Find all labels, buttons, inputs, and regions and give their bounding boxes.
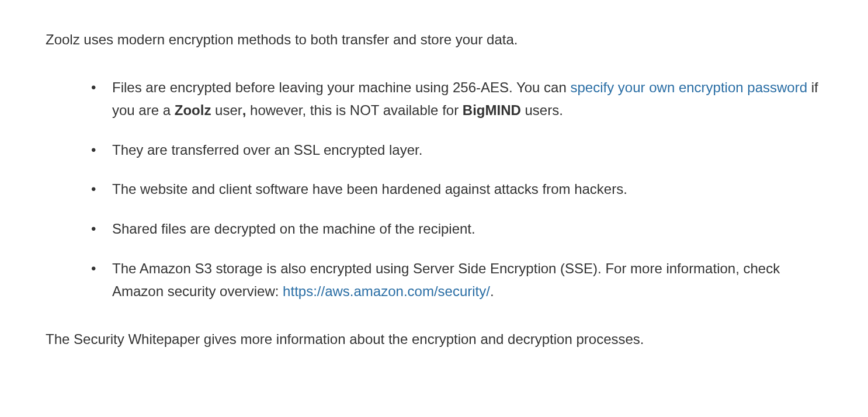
list-item: Files are encrypted before leaving your …: [91, 76, 822, 122]
text-segment: .: [490, 283, 494, 299]
list-item: The website and client software have bee…: [91, 178, 822, 201]
text-segment: Files are encrypted before leaving your …: [112, 79, 570, 95]
outro-paragraph: The Security Whitepaper gives more infor…: [46, 328, 822, 351]
bigmind-bold: BigMIND: [463, 102, 521, 118]
encryption-password-link[interactable]: specify your own encryption password: [570, 79, 807, 95]
intro-paragraph: Zoolz uses modern encryption methods to …: [46, 28, 822, 51]
text-segment: users.: [521, 102, 563, 118]
list-item: Shared files are decrypted on the machin…: [91, 217, 822, 241]
bullet-list: Files are encrypted before leaving your …: [46, 76, 822, 303]
list-item: The Amazon S3 storage is also encrypted …: [91, 257, 822, 303]
aws-security-link[interactable]: https://aws.amazon.com/security/: [283, 283, 490, 299]
text-segment: user: [211, 102, 242, 118]
text-segment: however, this is NOT available for: [246, 102, 462, 118]
zoolz-bold: Zoolz: [175, 102, 211, 118]
list-item: They are transferred over an SSL encrypt…: [91, 138, 822, 162]
